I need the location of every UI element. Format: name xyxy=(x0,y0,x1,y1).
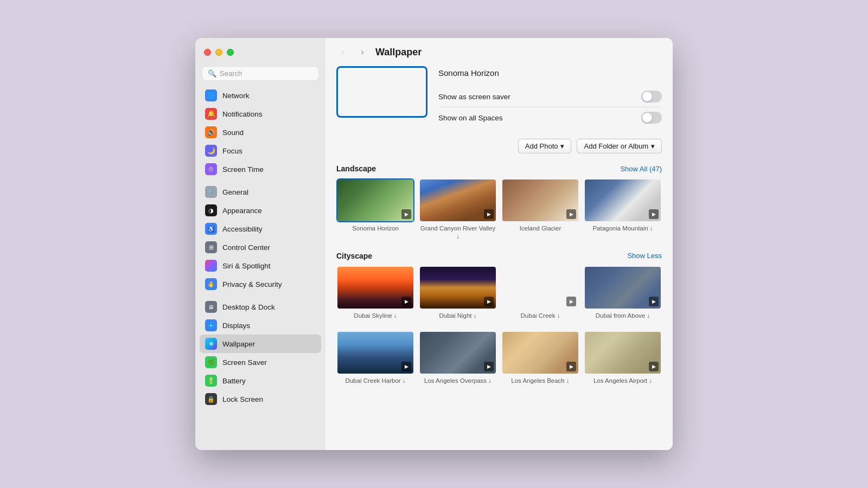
add-photo-label: Add Photo xyxy=(525,142,558,150)
landscape-grid: ▶ Sonoma Horizon ▶ Grand Canyon River Va… xyxy=(336,178,662,241)
add-photo-button[interactable]: Add Photo ▾ xyxy=(518,139,572,153)
wallpaper-item-sonoma[interactable]: ▶ Sonoma Horizon xyxy=(336,178,414,241)
sidebar-item-displays-label: Displays xyxy=(222,322,250,330)
sidebar-item-general[interactable]: ⚙️ General xyxy=(200,183,321,201)
sidebar-item-displays[interactable]: 💠 Displays xyxy=(200,316,321,335)
focus-icon: 🌙 xyxy=(205,145,217,157)
sidebar-item-sound-label: Sound xyxy=(222,129,244,137)
iceland-caption: Iceland Glacier xyxy=(520,224,561,233)
sidebar-item-network[interactable]: 🌐 Network xyxy=(200,86,321,105)
wallpaper-thumb-iceland: ▶ xyxy=(501,178,579,222)
video-badge-dubai-above: ▶ xyxy=(649,297,659,306)
cityscape-show-less-link[interactable]: Show Less xyxy=(627,252,662,260)
settings-window: 🔍 🌐 Network 🔔 Notifications 🔊 Sound 🌙 xyxy=(195,38,673,450)
sidebar-item-screen-saver[interactable]: 🌿 Screen Saver xyxy=(200,353,321,371)
wallpaper-thumb-la-beach: ▶ xyxy=(501,331,579,375)
video-badge-grand-canyon: ▶ xyxy=(484,209,494,219)
video-badge-la-airport: ▶ xyxy=(649,362,659,371)
wallpaper-options: Sonoma Horizon Show as screen saver Show… xyxy=(438,66,662,128)
sidebar-item-screen-saver-label: Screen Saver xyxy=(222,358,267,367)
wallpaper-item-dubai-creek-harbor[interactable]: ▶ Dubai Creek Harbor ↓ xyxy=(336,331,414,385)
wallpaper-item-dubai-skyline[interactable]: ▶ Dubai Skyline ↓ xyxy=(336,266,414,320)
dubai-creek-caption: Dubai Creek ↓ xyxy=(521,312,560,320)
sidebar-item-wallpaper[interactable]: ❄ Wallpaper xyxy=(200,335,321,353)
wallpaper-item-patagonia[interactable]: ▶ Patagonia Mountain ↓ xyxy=(584,178,662,241)
sidebar-item-siri-spotlight[interactable]: Siri & Spotlight xyxy=(200,256,321,275)
dubai-creek-harbor-caption: Dubai Creek Harbor ↓ xyxy=(345,377,405,385)
wallpaper-thumb-patagonia: ▶ xyxy=(584,178,662,222)
search-input[interactable] xyxy=(220,69,313,78)
sidebar-item-sound[interactable]: 🔊 Sound xyxy=(200,123,321,142)
sidebar: 🔍 🌐 Network 🔔 Notifications 🔊 Sound 🌙 xyxy=(195,38,326,450)
spaces-label: Show on all Spaces xyxy=(438,114,503,122)
wallpaper-item-dubai-above[interactable]: ▶ Dubai from Above ↓ xyxy=(584,266,662,320)
sidebar-item-control-center[interactable]: ⊞ Control Center xyxy=(200,238,321,256)
wallpaper-thumb-la-overpass: ▶ xyxy=(419,331,497,375)
wallpaper-thumb-dubai-skyline: ▶ xyxy=(336,266,414,310)
main-content: Sonoma Horizon Show as screen saver Show… xyxy=(326,66,673,450)
wallpaper-thumb-dubai-night: ▶ xyxy=(419,266,497,310)
maximize-button[interactable] xyxy=(227,49,234,56)
la-overpass-caption: Los Angeles Overpass ↓ xyxy=(424,377,492,385)
sidebar-item-focus[interactable]: 🌙 Focus xyxy=(200,142,321,160)
cityscape-grid-row1: ▶ Dubai Skyline ↓ ▶ Dubai Night ↓ xyxy=(336,266,662,320)
sidebar-item-desktop-dock[interactable]: 🖥 Desktop & Dock xyxy=(200,298,321,316)
wallpaper-item-iceland[interactable]: ▶ Iceland Glacier xyxy=(501,178,579,241)
screen-saver-icon: 🌿 xyxy=(205,356,217,368)
sidebar-item-network-label: Network xyxy=(222,92,250,100)
grand-canyon-caption: Grand Canyon River Valley ↓ xyxy=(419,224,497,241)
wallpaper-item-grand-canyon[interactable]: ▶ Grand Canyon River Valley ↓ xyxy=(419,178,497,241)
landscape-section-header: Landscape Show All (47) xyxy=(336,164,662,173)
sidebar-item-siri-label: Siri & Spotlight xyxy=(222,262,271,270)
wallpaper-item-la-overpass[interactable]: ▶ Los Angeles Overpass ↓ xyxy=(419,331,497,385)
sidebar-item-privacy-security[interactable]: 🤚 Privacy & Security xyxy=(200,275,321,293)
screensaver-toggle[interactable] xyxy=(641,91,662,102)
video-badge-dubai-night: ▶ xyxy=(484,297,494,306)
main-header: ‹ › Wallpaper xyxy=(326,38,673,66)
video-badge-patagonia: ▶ xyxy=(649,209,659,219)
search-box[interactable]: 🔍 xyxy=(202,66,319,81)
sidebar-item-lock-screen[interactable]: 🔒 Lock Screen xyxy=(200,390,321,408)
landscape-show-all-link[interactable]: Show All (47) xyxy=(620,165,662,173)
control-center-icon: ⊞ xyxy=(205,241,217,253)
sidebar-item-screen-time[interactable]: ⏱ Screen Time xyxy=(200,160,321,178)
sidebar-item-appearance-label: Appearance xyxy=(222,207,262,215)
forward-icon: › xyxy=(361,47,363,57)
forward-button[interactable]: › xyxy=(356,46,369,59)
general-icon: ⚙️ xyxy=(205,186,217,198)
sidebar-item-appearance[interactable]: ◑ Appearance xyxy=(200,201,321,220)
accessibility-icon: ♿ xyxy=(205,223,217,235)
sidebar-item-accessibility[interactable]: ♿ Accessibility xyxy=(200,220,321,238)
current-wallpaper-preview xyxy=(336,66,427,118)
titlebar xyxy=(195,38,326,66)
sidebar-item-wallpaper-label: Wallpaper xyxy=(222,340,255,348)
minimize-button[interactable] xyxy=(215,49,222,56)
wallpaper-item-la-beach[interactable]: ▶ Los Angeles Beach ↓ xyxy=(501,331,579,385)
wallpaper-thumb-dubai-above: ▶ xyxy=(584,266,662,310)
sidebar-item-notifications[interactable]: 🔔 Notifications xyxy=(200,105,321,123)
network-icon: 🌐 xyxy=(205,89,217,101)
sidebar-item-desktop-label: Desktop & Dock xyxy=(222,303,275,311)
sound-icon: 🔊 xyxy=(205,126,217,138)
close-button[interactable] xyxy=(204,49,211,56)
add-folder-button[interactable]: Add Folder or Album ▾ xyxy=(577,139,662,153)
sidebar-item-battery[interactable]: 🔋 Battery xyxy=(200,371,321,390)
desktop-dock-icon: 🖥 xyxy=(205,301,217,313)
search-icon: 🔍 xyxy=(208,69,216,78)
wallpaper-icon: ❄ xyxy=(205,338,217,350)
wallpaper-item-dubai-night[interactable]: ▶ Dubai Night ↓ xyxy=(419,266,497,320)
wallpaper-item-la-airport[interactable]: ▶ Los Angeles Airport ↓ xyxy=(584,331,662,385)
add-folder-label: Add Folder or Album xyxy=(584,142,648,150)
siri-icon xyxy=(205,260,217,272)
screensaver-toggle-row: Show as screen saver xyxy=(438,86,662,107)
wallpaper-preview-section: Sonoma Horizon Show as screen saver Show… xyxy=(336,66,662,128)
dubai-night-caption: Dubai Night ↓ xyxy=(439,312,476,320)
spaces-toggle-row: Show on all Spaces xyxy=(438,107,662,128)
wallpaper-thumb-sonoma: ▶ xyxy=(336,178,414,222)
spaces-toggle[interactable] xyxy=(641,112,662,124)
page-title: Wallpaper xyxy=(375,47,422,58)
back-button[interactable]: ‹ xyxy=(336,46,349,59)
sidebar-item-screen-time-label: Screen Time xyxy=(222,165,264,174)
video-badge-la-overpass: ▶ xyxy=(484,362,494,371)
wallpaper-item-dubai-creek[interactable]: ▶ Dubai Creek ↓ xyxy=(501,266,579,320)
